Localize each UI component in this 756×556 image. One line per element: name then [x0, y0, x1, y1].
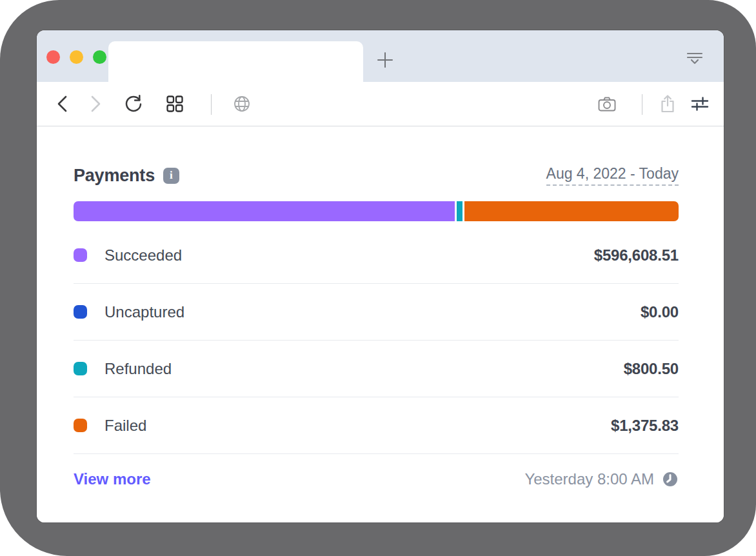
minimize-window-button[interactable]: [70, 50, 83, 64]
widget-footer: View more Yesterday 8:00 AM: [74, 454, 679, 504]
date-range-selector[interactable]: Aug 4, 2022 - Today: [546, 165, 679, 186]
reload-button[interactable]: [123, 94, 144, 114]
legend-row-failed: Failed $1,375.83: [74, 397, 679, 454]
legend-label: Failed: [104, 417, 146, 435]
bar-segment-failed[interactable]: [464, 201, 679, 221]
globe-icon: [233, 95, 251, 113]
legend-label: Uncaptured: [104, 303, 184, 321]
grid-icon: [166, 95, 184, 113]
screenshot-button[interactable]: [597, 95, 617, 113]
back-button[interactable]: [55, 94, 70, 114]
chevron-left-icon: [55, 94, 70, 114]
window-controls: [46, 50, 106, 64]
bar-segment-refunded[interactable]: [457, 201, 463, 221]
screenshot-surround: Payments i Aug 4, 2022 - Today Succeeded…: [0, 0, 756, 556]
legend-amount: $1,375.83: [611, 417, 679, 435]
page-content: Payments i Aug 4, 2022 - Today Succeeded…: [37, 126, 724, 522]
close-window-button[interactable]: [46, 50, 60, 64]
tune-button[interactable]: [690, 94, 710, 114]
view-more-link[interactable]: View more: [74, 470, 151, 488]
legend-label: Succeeded: [104, 246, 182, 264]
new-tab-button[interactable]: [375, 50, 395, 70]
site-globe-button[interactable]: [233, 95, 251, 113]
page-title: Payments: [74, 166, 155, 186]
forward-button[interactable]: [88, 94, 103, 114]
legend-row-succeeded: Succeeded $596,608.51: [74, 227, 679, 284]
legend-amount: $800.50: [624, 360, 679, 378]
toolbar-divider: [642, 94, 642, 115]
succeeded-swatch: [74, 248, 87, 262]
browser-window: Payments i Aug 4, 2022 - Today Succeeded…: [37, 30, 724, 522]
tab-list-button[interactable]: [686, 52, 703, 66]
zoom-window-button[interactable]: [93, 50, 106, 64]
tab-bar: [37, 30, 724, 82]
legend-amount: $596,608.51: [594, 246, 679, 264]
share-icon: [659, 94, 677, 114]
reload-icon: [123, 94, 144, 114]
sliders-icon: [690, 94, 710, 114]
last-updated-timestamp: Yesterday 8:00 AM: [524, 470, 654, 488]
clock-icon: [662, 471, 679, 488]
tab-overview-button[interactable]: [166, 95, 184, 113]
uncaptured-swatch: [74, 305, 87, 319]
legend-row-refunded: Refunded $800.50: [74, 341, 679, 397]
lines-chevron-down-icon: [686, 52, 703, 66]
legend-amount: $0.00: [641, 303, 679, 321]
active-tab[interactable]: [108, 41, 363, 82]
camera-icon: [597, 95, 617, 113]
share-button[interactable]: [659, 94, 677, 114]
refunded-swatch: [74, 362, 87, 375]
legend-row-uncaptured: Uncaptured $0.00: [74, 284, 679, 341]
info-icon[interactable]: i: [163, 168, 179, 184]
plus-icon: [376, 51, 394, 69]
browser-toolbar: [37, 82, 724, 126]
chevron-right-icon: [88, 94, 103, 114]
bar-segment-succeeded[interactable]: [74, 201, 455, 221]
widget-header: Payments i Aug 4, 2022 - Today: [74, 164, 679, 187]
payments-stacked-bar: [74, 201, 679, 221]
failed-swatch: [74, 419, 87, 432]
legend-label: Refunded: [104, 360, 172, 378]
toolbar-divider: [211, 94, 212, 115]
